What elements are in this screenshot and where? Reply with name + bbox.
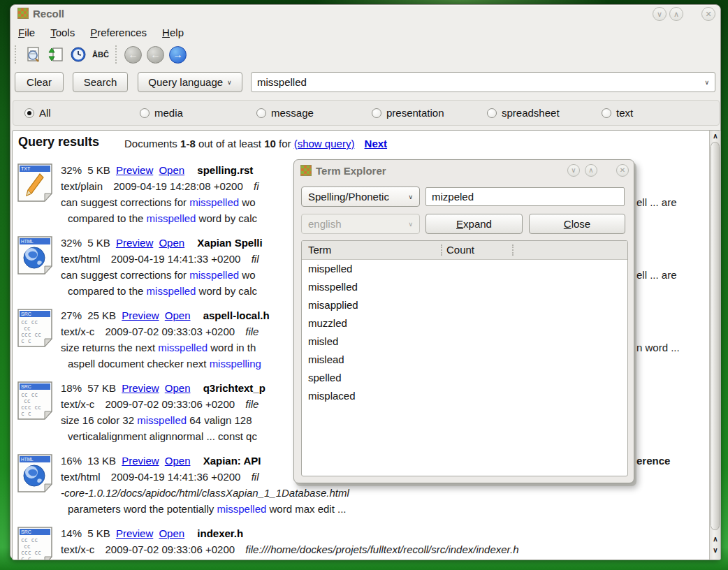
filter-message[interactable]: message: [256, 107, 314, 119]
column-header-term[interactable]: Term: [308, 244, 331, 256]
term-row[interactable]: mislead: [302, 351, 627, 369]
doc-url: file: [245, 398, 259, 410]
recoll-logo-icon: [17, 8, 29, 19]
table-view-button[interactable]: [23, 44, 44, 65]
language-value: english: [308, 218, 342, 230]
open-link[interactable]: Open: [165, 382, 191, 394]
menu-file[interactable]: File: [18, 27, 35, 38]
file-size: 57 KB: [87, 382, 116, 394]
language-dropdown[interactable]: english ∨: [301, 214, 420, 234]
clear-button[interactable]: Clear: [15, 72, 64, 92]
maximize-button[interactable]: [585, 164, 597, 177]
column-header-count[interactable]: Count: [446, 244, 474, 256]
sort-by-date-button[interactable]: [68, 44, 89, 65]
relevance-percent: 18%: [61, 382, 82, 394]
minimize-button[interactable]: [653, 7, 667, 21]
open-link[interactable]: Open: [165, 455, 191, 467]
menu-help[interactable]: Help: [162, 27, 184, 38]
preview-link[interactable]: Preview: [116, 237, 153, 249]
doc-range: 1-8: [180, 138, 196, 149]
open-link[interactable]: Open: [165, 309, 191, 321]
maximize-button[interactable]: [669, 7, 683, 21]
desktop: { "window": { "title": "Recoll" }, "menu…: [0, 0, 728, 570]
filter-spreadsheet[interactable]: spreadsheet: [487, 107, 560, 119]
title-overflow: erence: [636, 453, 670, 469]
term-explorer-dialog: Term Explorer Spelling/Phonetic ∨ englis…: [293, 159, 634, 483]
preview-link[interactable]: Preview: [122, 309, 159, 321]
scrollbar-thumb[interactable]: [711, 142, 720, 530]
first-page-button[interactable]: ←: [124, 46, 142, 64]
filter-media[interactable]: media: [140, 107, 183, 119]
show-query-link[interactable]: (show query): [294, 138, 355, 149]
recoll-logo-icon: [300, 165, 312, 176]
term-row[interactable]: misapplied: [302, 296, 627, 314]
filter-all[interactable]: All: [24, 107, 51, 119]
toolbar-drag-handle[interactable]: [15, 45, 18, 64]
preview-link[interactable]: Preview: [116, 527, 153, 539]
menu-tools[interactable]: Tools: [50, 27, 75, 38]
dialog-title: Term Explorer: [316, 165, 386, 177]
expansion-mode-dropdown[interactable]: Spelling/Phonetic ∨: [301, 187, 420, 207]
open-link[interactable]: Open: [159, 164, 184, 176]
result-title: spelling.rst: [197, 164, 253, 176]
term-explorer-button[interactable]: ÅBĈ: [90, 44, 111, 65]
sort-params-button[interactable]: [45, 44, 66, 65]
result-title: Xapian: API: [203, 455, 261, 467]
preview-link[interactable]: Preview: [122, 382, 159, 394]
highlighted-term: misspelled: [158, 342, 208, 353]
filter-text[interactable]: text: [602, 107, 633, 119]
scroll-down-button[interactable]: [710, 546, 721, 555]
html-doc-icon: [17, 454, 53, 493]
close-button[interactable]: [701, 7, 715, 21]
scroll-up-button[interactable]: [710, 534, 721, 544]
doc-url: file:///home/dockes/projets/fulltext/rec…: [245, 543, 518, 555]
snippet: aspell document checker next misspelling: [61, 356, 296, 372]
previous-page-button[interactable]: ←: [147, 46, 164, 64]
radio-icon: [487, 108, 497, 118]
term-table: Term Count mispelled misspelled misappli…: [301, 240, 628, 476]
open-link[interactable]: Open: [159, 527, 184, 539]
toolbar: ÅBĈ ← ← →: [15, 43, 191, 66]
file-size: 25 KB: [87, 309, 116, 321]
close-dialog-button[interactable]: Close: [529, 214, 625, 234]
close-button[interactable]: [616, 164, 629, 177]
chevron-down-icon[interactable]: ∨: [704, 79, 715, 86]
menu-preferences[interactable]: Preferences: [90, 27, 147, 38]
filter-presentation[interactable]: presentation: [372, 107, 444, 119]
relevance-percent: 32%: [61, 164, 82, 176]
scroll-up-button[interactable]: [710, 131, 721, 141]
column-separator[interactable]: [512, 244, 514, 256]
next-page-link[interactable]: Next: [365, 138, 388, 149]
search-button[interactable]: Search: [73, 72, 128, 92]
term-row[interactable]: muzzled: [302, 314, 627, 332]
term-row[interactable]: spelled: [302, 369, 627, 387]
highlighted-term: misspelled: [147, 212, 196, 224]
open-link[interactable]: Open: [159, 237, 184, 249]
mime-type: text/x-c: [61, 543, 94, 555]
snippet: size 16 color 32 misspelled 64 valign 12…: [61, 412, 296, 428]
expand-button[interactable]: Expand: [425, 214, 523, 234]
doc-date: 2009-04-19 14:28:08 +0200: [113, 180, 243, 192]
term-row[interactable]: misplaced: [302, 387, 627, 405]
column-separator[interactable]: [441, 244, 442, 256]
term-input[interactable]: [425, 187, 625, 206]
query-language-dropdown[interactable]: Query language ∨: [138, 72, 242, 92]
minimize-button[interactable]: [567, 164, 580, 177]
search-input[interactable]: [252, 76, 704, 88]
preview-link[interactable]: Preview: [122, 455, 159, 467]
arrow-left-icon: ←: [129, 49, 138, 60]
results-title: Query results: [18, 135, 99, 149]
preview-link[interactable]: Preview: [116, 164, 153, 176]
term-row[interactable]: misspelled: [302, 278, 627, 296]
term-row[interactable]: mispelled: [302, 260, 627, 278]
next-page-button[interactable]: →: [169, 46, 187, 64]
mime-type: text/html: [61, 253, 101, 265]
term-table-header: Term Count: [302, 241, 627, 260]
highlighted-term: misspelling: [210, 358, 261, 370]
term-row[interactable]: misled: [302, 332, 627, 351]
src-doc-icon: [17, 309, 53, 348]
search-combobox: ∨: [251, 72, 715, 92]
doc-url: fil: [252, 471, 259, 483]
titlebar[interactable]: Recoll: [10, 5, 720, 23]
document-sort-arrows-icon: [48, 46, 64, 63]
